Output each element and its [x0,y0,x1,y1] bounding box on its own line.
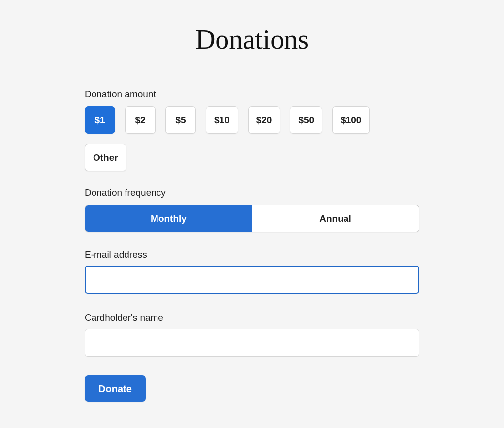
amount-option-1[interactable]: $1 [85,106,115,134]
cardholder-name-field[interactable] [85,329,419,357]
email-label: E-mail address [85,249,419,260]
amount-option-other[interactable]: Other [85,144,126,171]
amount-label: Donation amount [85,89,419,99]
email-field[interactable] [85,266,419,294]
donate-button[interactable]: Donate [85,375,146,402]
frequency-option-monthly[interactable]: Monthly [85,205,252,232]
amount-option-100[interactable]: $100 [332,106,370,134]
frequency-option-annual[interactable]: Annual [252,205,419,232]
page-title: Donations [0,0,504,89]
frequency-label: Donation frequency [85,187,419,198]
frequency-options: Monthly Annual [85,205,419,232]
amount-options: $1 $2 $5 $10 $20 $50 $100 Other [85,106,419,171]
amount-option-5[interactable]: $5 [165,106,196,134]
amount-option-2[interactable]: $2 [125,106,156,134]
amount-option-50[interactable]: $50 [290,106,322,134]
amount-option-10[interactable]: $10 [206,106,238,134]
cardholder-label: Cardholder's name [85,312,419,323]
amount-option-20[interactable]: $20 [248,106,281,134]
donation-form: Donation amount $1 $2 $5 $10 $20 $50 $10… [85,89,419,402]
